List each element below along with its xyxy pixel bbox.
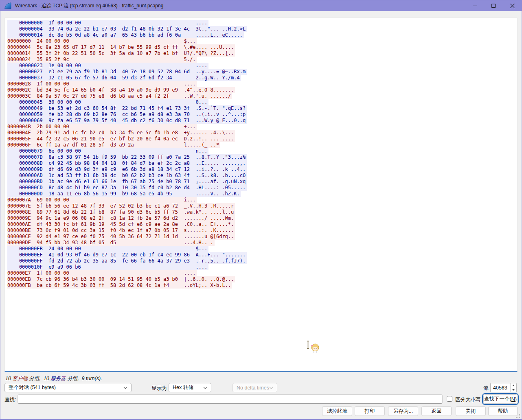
hex-dump-line-server: 00000027 e3 ee 79 aa f9 1b 81 3d 40 7e 1… <box>7 69 247 75</box>
back-button[interactable]: 返回 <box>421 406 452 416</box>
case-sensitive-label: 区分大小写 <box>455 396 481 403</box>
hex-dump-line-client: 0000005F 44 f2 32 c5 06 21 90 e5 e7 bf b… <box>7 136 235 142</box>
hex-dump-line-client: 0000002C bd 34 5e fc 14 65 b0 4f 38 a4 1… <box>7 87 235 93</box>
summary-part: 分组, 9 turn(s). <box>66 376 102 381</box>
stream-hex-dump-pane[interactable]: 00000000 1f 00 00 00 .... 00000004 33 74… <box>4 18 518 372</box>
chevron-down-icon <box>123 387 127 389</box>
summary-client-count: 客户端 <box>12 376 28 381</box>
hex-dump-line-client: 00000014 55 3f 2f 0b 22 51 50 5c 3f 5a d… <box>7 50 235 57</box>
find-label: 查找: <box>4 396 16 403</box>
hex-dump-line-client: 000000DE 94 f5 bb 34 93 48 bf 05 d5 ...4… <box>7 240 215 246</box>
hex-dump-line-client: 000000AE df 43 30 fc bf 61 9b 19 45 5d c… <box>7 221 235 228</box>
hex-dump-line-server: 0000007D 8a c3 38 97 54 1b f9 59 bb 22 3… <box>7 154 247 160</box>
find-next-button[interactable]: 查找下一个(N) <box>483 394 518 404</box>
hex-dump-line-client: 00000028 1f 00 00 00 .... <box>7 81 197 87</box>
minimize-icon <box>473 4 477 8</box>
window-title: Wireshark · 追踪 TCP 流 (tcp.stream eq 4056… <box>15 2 163 9</box>
summary-server-count: 服务器 <box>50 376 66 381</box>
hex-dump-line-client: 0000007A 69 00 00 00 i... <box>7 197 197 203</box>
delta-times-select-value: No delta times <box>237 385 269 391</box>
hex-dump-line-server: 0000010F e9 a9 06 b6 .... <box>7 264 208 270</box>
maximize-icon <box>491 4 496 8</box>
hex-dump-line-client: 000000FB ba cb 6f 59 4c 3b 03 ff 58 2d 6… <box>7 282 232 289</box>
follow-tcp-stream-window: Wireshark · 追踪 TCP 流 (tcp.stream eq 4056… <box>0 0 522 420</box>
hex-dump-line-client: 000000EB 7c cb 96 36 b4 b3 30 00 09 14 5… <box>7 276 235 282</box>
hex-dump-line-server: 00000069 9c fa e6 57 9a 79 5f 40 45 db c… <box>7 118 247 124</box>
conversation-select-value: 整个对话 (541 bytes) <box>9 384 56 391</box>
close-button[interactable] <box>503 0 522 11</box>
hex-dump-line-server: 000000BD 3b ac 9e d6 e1 61 66 1e fb 67 a… <box>7 179 247 185</box>
hex-dump-line-client: 00000024 35 85 2f 9c 5./. <box>7 57 197 63</box>
hex-dump-line-client: 0000009E 94 9c 1a e9 06 08 e2 2f c8 1a 1… <box>7 215 235 221</box>
hex-dump-line-server: 000000AD 1c ad 53 ff b1 6b 38 dc b0 62 b… <box>7 173 247 179</box>
hex-dump-line-server: 000000CD 8c 48 4c b1 b9 ec 87 3a 10 30 3… <box>7 185 247 191</box>
hex-dump-line-client: 00000004 5c 8a 23 65 d7 17 d7 11 14 b7 b… <box>7 44 235 50</box>
close-icon <box>510 4 515 8</box>
hex-dump-line-client: 000000BE 73 0c f9 01 0d cc 3a 15 f0 4b e… <box>7 228 235 234</box>
find-next-label: 查找下一个( <box>484 396 511 402</box>
hex-dump-line-client: 0000004B 2b 00 00 00 +... <box>7 124 197 130</box>
chevron-down-icon <box>269 387 273 389</box>
hex-dump-line-server: 000000EF 41 0d 93 0f 46 d9 e7 1c 22 00 e… <box>7 252 247 258</box>
stream-label: 流 <box>483 385 489 392</box>
find-next-mnemonic: N <box>511 396 515 402</box>
hex-dump-line-server: 00000000 1f 00 00 00 .... <box>7 20 208 26</box>
hex-dump-line-server: 00000014 dc 8e b5 0d a8 4c a0 a7 65 43 b… <box>7 32 244 38</box>
spinner-up-button[interactable] <box>511 383 516 388</box>
hex-dump-line-server: 00000023 1e 00 00 00 .... <box>7 63 208 69</box>
hex-dump-line-client: 000000CE 92 d4 e1 97 ce e0 f0 75 40 5b 3… <box>7 234 235 240</box>
hex-dump-line-server: 00000004 33 74 0a 2c 22 b1 e7 03 d2 f1 4… <box>7 26 247 32</box>
arrow-down-icon <box>512 389 515 391</box>
show-as-select[interactable]: Hex 转储 <box>169 383 211 392</box>
hex-dump-line-server: 0000009D df d6 69 d3 9d 3f a9 c9 e6 6b 3… <box>7 166 247 173</box>
find-next-label: ) <box>515 396 517 402</box>
filter-out-stream-button[interactable]: 滤掉此流 <box>322 406 352 416</box>
delta-times-select: No delta times <box>232 383 277 392</box>
hex-dump-line-client: 0000007E 5f b6 56 ee 12 48 7f 33 e7 52 0… <box>7 203 235 209</box>
summary-part: 10 <box>5 376 12 381</box>
stream-summary-text: 10 客户端 分组, 10 服务器 分组, 9 turn(s). <box>5 375 102 382</box>
find-input[interactable] <box>18 394 443 404</box>
hex-dump-line-server: 000000EB 24 00 00 00 $... <box>7 246 208 252</box>
hex-dump-line-server: 0000008D c4 92 45 bb 98 84 04 18 0f 84 d… <box>7 160 247 166</box>
close-dialog-button[interactable]: 关闭 <box>456 406 486 416</box>
text-cursor-icon <box>306 339 322 355</box>
spinner-down-button[interactable] <box>511 388 516 392</box>
chevron-down-icon <box>203 387 207 389</box>
hex-dump-line-client: 00000000 24 00 00 00 $... <box>7 38 197 44</box>
cursor-character-icon <box>311 344 319 353</box>
stream-number-spinner[interactable]: 40563 <box>490 383 517 392</box>
hex-dump-line-server: 00000059 fe b2 28 db 69 b2 8e 76 cc b6 5… <box>7 112 247 118</box>
stream-number-value: 40563 <box>491 383 510 392</box>
hex-dump-line-server: 00000037 32 c1 05 67 fe 57 d6 04 59 d3 2… <box>7 75 241 81</box>
resize-grip[interactable] <box>516 414 520 418</box>
hex-dump-line-server: 00000049 be 53 ef 2d c3 60 54 8f 22 bd 7… <box>7 105 247 112</box>
arrow-up-icon <box>512 385 515 386</box>
save-as-button[interactable]: 另存为... <box>388 406 418 416</box>
maximize-button[interactable] <box>484 0 503 11</box>
help-button[interactable]: 帮助 <box>488 406 518 416</box>
conversation-select[interactable]: 整个对话 (541 bytes) <box>4 383 132 392</box>
print-button[interactable]: 打印 <box>355 406 385 416</box>
hex-dump-line-server: 000000DD 18 aa 11 e6 8b 56 15 99 b9 68 5… <box>7 191 241 197</box>
hex-dump-line-client: 000000E7 1f 00 00 00 .... <box>7 270 197 276</box>
hex-dump-line-client: 0000008E 89 77 61 8d 6b 22 1f b8 87 fa 9… <box>7 209 235 215</box>
show-as-select-value: Hex 转储 <box>173 384 193 391</box>
titlebar: Wireshark · 追踪 TCP 流 (tcp.stream eq 4056… <box>0 0 522 11</box>
hex-dump-line-client: 0000004F 2b 79 91 ad 1c fc b2 c0 b3 34 f… <box>7 130 235 136</box>
minimize-button[interactable] <box>465 0 484 11</box>
hex-dump-line-server: 00000045 30 00 00 00 0... <box>7 99 208 105</box>
hex-dump-line-client: 0000006F 6c ff 1a a7 df 01 28 5f d3 a9 2… <box>7 142 220 148</box>
hex-dump-line-server: 00000079 6e 00 00 00 n... <box>7 148 208 154</box>
hex-dump-line-server: 000000FF fd 2d 72 ab 2c 35 aa 85 fe 66 f… <box>7 258 247 264</box>
summary-part: 分组, 10 <box>28 376 50 381</box>
case-sensitive-checkbox[interactable] <box>447 396 452 402</box>
show-as-label: 显示为 <box>151 385 167 392</box>
hex-dump-line-client: 0000003C 84 9a 57 0c 27 dd 75 e8 d6 b8 a… <box>7 93 232 99</box>
wireshark-fin-icon <box>4 2 11 9</box>
